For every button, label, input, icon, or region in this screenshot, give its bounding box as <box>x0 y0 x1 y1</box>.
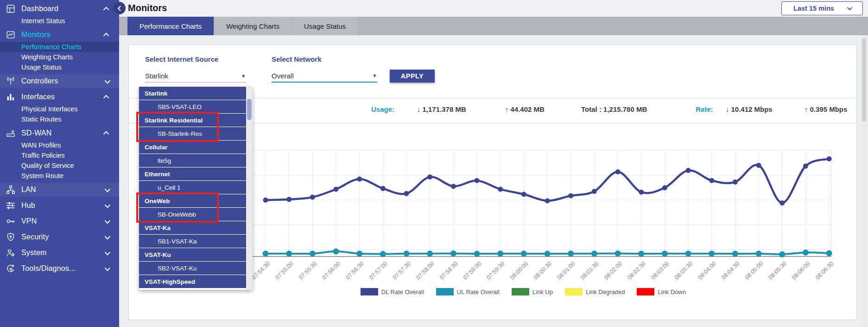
sidebar-subitem-static-routes[interactable]: Static Routes <box>0 114 119 124</box>
sidebar-subitem-quality-of-service[interactable]: Quality of Service <box>0 160 119 171</box>
dropdown-group-starlink-residential[interactable]: Starlink Residential <box>139 114 246 127</box>
sidebar-subitem-traffic-policies[interactable]: Traffic Policies <box>0 150 119 160</box>
performance-chart: 07:54:3007:55:0007:55:3007:56:0007:56:30… <box>214 125 858 320</box>
dropdown-scrollbar[interactable] <box>246 87 253 290</box>
sidebar-item-label: Security <box>21 233 105 241</box>
sidebar-subitem-internet-status[interactable]: Internet Status <box>0 16 119 26</box>
sidebar-subitem-wan-profiles[interactable]: WAN Profiles <box>0 140 119 150</box>
x-axis-tick-label: 08:02:30 <box>627 260 647 281</box>
dropdown-triangle-icon: ▼ <box>241 73 246 79</box>
data-point <box>286 197 291 202</box>
sidebar-item-hub[interactable]: Hub <box>0 199 119 212</box>
sidebar-item-monitors[interactable]: Monitors <box>0 28 119 42</box>
dropdown-option-sb5-vsat-leo[interactable]: SB5-VSAT-LEO <box>139 100 246 113</box>
x-axis-tick-label: 08:06:30 <box>814 260 835 281</box>
sidebar-item-vpn[interactable]: VPN <box>0 214 119 228</box>
data-point <box>404 250 410 256</box>
data-point <box>709 178 714 183</box>
dropdown-option-sb2-vsat-ku[interactable]: SB2-VSAT-Ku <box>139 262 246 275</box>
apply-button[interactable]: APPLY <box>390 70 435 83</box>
page-scrollbar-thumb[interactable] <box>862 38 866 122</box>
chevron-down-icon <box>847 5 852 10</box>
sidebar-item-system[interactable]: System <box>0 246 119 260</box>
time-range-dropdown[interactable]: Last 15 mins <box>781 1 863 15</box>
x-axis-tick-label: 08:03:30 <box>673 260 694 281</box>
tools-icon <box>0 263 21 274</box>
sidebar-item-sd-wan[interactable]: SD-WAN <box>0 126 119 140</box>
sidebar-subitem-weighting-charts[interactable]: Weighting Charts <box>0 52 119 62</box>
time-range-value: Last 15 mins <box>793 5 834 12</box>
data-point <box>779 200 785 205</box>
sidebar-item-interfaces[interactable]: Interfaces <box>0 90 119 104</box>
dropdown-option-lte5g[interactable]: lte5g <box>139 154 246 167</box>
dropdown-group-ethernet[interactable]: Ethernet <box>139 167 246 180</box>
data-point <box>474 251 480 257</box>
data-point <box>662 250 668 256</box>
system-icon <box>0 248 21 258</box>
sidebar-item-tools-diagnos-[interactable]: Tools/Diagnos... <box>0 262 119 276</box>
x-axis-tick-label: 07:59:30 <box>486 260 506 281</box>
dropdown-option-sb-starlink-res[interactable]: SB-Starlink-Res <box>139 127 246 140</box>
dropdown-group-cellular[interactable]: Cellular <box>139 141 246 154</box>
sidebar-item-dashboard[interactable]: Dashboard <box>0 2 119 16</box>
legend-swatch <box>361 288 378 295</box>
legend-label: Link Degraded <box>586 289 625 295</box>
page-scrollbar[interactable] <box>861 35 867 327</box>
dropdown-group-vsat-ku[interactable]: VSAT-Ku <box>139 248 246 261</box>
data-point <box>685 250 691 256</box>
sidebar-subitem-performance-charts[interactable]: Performance Charts <box>0 42 119 52</box>
sidebar: DashboardInternet StatusMonitorsPerforma… <box>0 0 119 327</box>
sidebar-subitem-usage-status[interactable]: Usage Status <box>0 62 119 72</box>
hub-icon <box>0 200 21 211</box>
monitors-icon <box>0 30 21 40</box>
dropdown-option-sb1-vsat-ka[interactable]: SB1-VSAT-Ka <box>139 235 246 248</box>
rate-download: ↓10.412 Mbps <box>726 105 773 113</box>
x-axis-tick-label: 07:56:30 <box>344 260 365 281</box>
data-point <box>733 180 738 185</box>
usage-download: ↓1,171.378 MB <box>417 105 466 113</box>
dropdown-option-sb-onewebb[interactable]: SB-OneWebb <box>139 208 246 221</box>
sidebar-subitem-physical-interfaces[interactable]: Physical Interfaces <box>0 104 119 114</box>
sidebar-item-lan[interactable]: LAN <box>0 183 119 197</box>
source-dropdown-list: StarlinkSB5-VSAT-LEOStarlink Residential… <box>139 87 253 290</box>
sidebar-item-label: Hub <box>21 201 105 210</box>
source-select-label: Select Internet Source <box>145 55 218 63</box>
data-point <box>521 192 526 197</box>
up-arrow-icon: ↑ <box>805 105 808 113</box>
data-point <box>521 250 527 256</box>
data-point <box>756 163 761 168</box>
dashboard-icon <box>0 4 21 14</box>
chevron-down-icon <box>105 249 111 255</box>
data-point <box>334 186 339 192</box>
sidebar-item-label: SD-WAN <box>21 129 105 137</box>
tab-performance-charts[interactable]: Performance Charts <box>127 17 214 35</box>
dropdown-group-oneweb[interactable]: OneWeb <box>139 194 246 207</box>
x-axis-tick-label: 08:00:00 <box>509 260 529 281</box>
data-point <box>639 190 644 195</box>
legend-item-link-up: Link Up <box>512 288 553 295</box>
x-axis-tick-label: 08:01:00 <box>556 260 577 281</box>
data-point <box>568 250 574 256</box>
sidebar-item-label: System <box>21 249 105 257</box>
dropdown-triangle-icon: ▼ <box>372 73 377 78</box>
dropdown-group-starlink[interactable]: Starlink <box>139 87 246 100</box>
source-select[interactable]: Starlink ▼ <box>145 70 246 83</box>
network-select[interactable]: Overall ▼ <box>272 70 377 83</box>
dropdown-group-vsat-ka[interactable]: VSAT-Ka <box>139 221 246 234</box>
tab-usage-status[interactable]: Usage Status <box>292 17 358 35</box>
tab-weighting-charts[interactable]: Weighting Charts <box>214 17 292 35</box>
data-point <box>709 250 715 256</box>
x-axis-tick-label: 08:05:00 <box>744 260 764 281</box>
network-select-label: Select Network <box>272 55 322 63</box>
sidebar-collapse-button[interactable] <box>113 2 126 14</box>
sidebar-item-controllers[interactable]: Controllers <box>0 74 119 88</box>
chevron-down-icon <box>105 186 111 192</box>
dropdown-option-u-cell-1[interactable]: u_Cell 1 <box>139 181 246 194</box>
data-point <box>333 249 339 255</box>
sidebar-subitem-system-route[interactable]: System Route <box>0 171 119 181</box>
data-point <box>450 250 456 256</box>
sidebar-item-security[interactable]: Security <box>0 230 119 244</box>
dropdown-group-vsat-highspeed[interactable]: VSAT-HighSpeed <box>139 275 246 288</box>
data-point <box>568 193 573 198</box>
dropdown-scrollbar-thumb[interactable] <box>247 99 252 120</box>
